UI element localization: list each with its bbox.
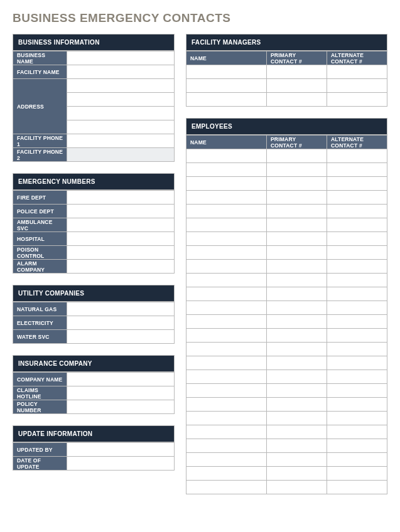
value-claims-hotline[interactable] [67, 386, 175, 400]
employee-primary-cell[interactable] [267, 149, 327, 163]
employee-name-cell[interactable] [186, 425, 267, 439]
facility-manager-alternate-cell[interactable] [327, 65, 387, 79]
employee-primary-cell[interactable] [267, 274, 327, 287]
value-date-of-update[interactable] [67, 457, 175, 471]
employee-alternate-cell[interactable] [327, 329, 387, 343]
employee-name-cell[interactable] [186, 177, 267, 191]
employee-name-cell[interactable] [186, 356, 267, 370]
employee-primary-cell[interactable] [267, 384, 327, 398]
employee-primary-cell[interactable] [267, 315, 327, 329]
employee-primary-cell[interactable] [267, 343, 327, 356]
employee-primary-cell[interactable] [267, 425, 327, 439]
employee-name-cell[interactable] [186, 163, 267, 177]
value-ambulance[interactable] [67, 218, 175, 232]
employee-alternate-cell[interactable] [327, 218, 387, 232]
employee-alternate-cell[interactable] [327, 260, 387, 274]
employee-alternate-cell[interactable] [327, 287, 387, 301]
value-policy-number[interactable] [67, 400, 175, 414]
employee-alternate-cell[interactable] [327, 412, 387, 425]
employee-name-cell[interactable] [186, 412, 267, 425]
employee-alternate-cell[interactable] [327, 384, 387, 398]
employee-primary-cell[interactable] [267, 163, 327, 177]
value-fire-dept[interactable] [67, 191, 175, 205]
facility-manager-name-cell[interactable] [186, 93, 267, 107]
employee-primary-cell[interactable] [267, 260, 327, 274]
employee-name-cell[interactable] [186, 439, 267, 453]
value-poison[interactable] [67, 246, 175, 260]
employee-name-cell[interactable] [186, 274, 267, 287]
value-electricity[interactable] [67, 316, 175, 330]
employee-primary-cell[interactable] [267, 205, 327, 218]
employee-alternate-cell[interactable] [327, 191, 387, 205]
employee-name-cell[interactable] [186, 370, 267, 384]
employee-name-cell[interactable] [186, 384, 267, 398]
employee-name-cell[interactable] [186, 218, 267, 232]
employee-alternate-cell[interactable] [327, 398, 387, 412]
value-facility-name[interactable] [67, 65, 175, 79]
value-company-name[interactable] [67, 373, 175, 386]
value-address-2[interactable] [67, 93, 175, 107]
employee-alternate-cell[interactable] [327, 425, 387, 439]
employee-primary-cell[interactable] [267, 287, 327, 301]
employee-alternate-cell[interactable] [327, 315, 387, 329]
employee-primary-cell[interactable] [267, 177, 327, 191]
employee-primary-cell[interactable] [267, 232, 327, 246]
employee-alternate-cell[interactable] [327, 467, 387, 481]
employee-primary-cell[interactable] [267, 453, 327, 467]
employee-name-cell[interactable] [186, 315, 267, 329]
employee-alternate-cell[interactable] [327, 439, 387, 453]
value-business-name[interactable] [67, 51, 175, 65]
employee-alternate-cell[interactable] [327, 163, 387, 177]
employee-name-cell[interactable] [186, 149, 267, 163]
employee-alternate-cell[interactable] [327, 149, 387, 163]
value-police-dept[interactable] [67, 205, 175, 218]
employee-primary-cell[interactable] [267, 356, 327, 370]
employee-primary-cell[interactable] [267, 191, 327, 205]
employee-alternate-cell[interactable] [327, 481, 387, 494]
employee-primary-cell[interactable] [267, 301, 327, 315]
facility-manager-primary-cell[interactable] [267, 93, 327, 107]
value-alarm[interactable] [67, 260, 175, 274]
employee-name-cell[interactable] [186, 260, 267, 274]
employee-name-cell[interactable] [186, 301, 267, 315]
facility-manager-primary-cell[interactable] [267, 79, 327, 93]
employee-alternate-cell[interactable] [327, 453, 387, 467]
facility-manager-name-cell[interactable] [186, 79, 267, 93]
facility-manager-primary-cell[interactable] [267, 65, 327, 79]
facility-manager-alternate-cell[interactable] [327, 79, 387, 93]
value-facility-phone-1[interactable] [67, 134, 175, 148]
employee-primary-cell[interactable] [267, 370, 327, 384]
value-address-4[interactable] [67, 120, 175, 134]
employee-name-cell[interactable] [186, 329, 267, 343]
employee-primary-cell[interactable] [267, 467, 327, 481]
employee-name-cell[interactable] [186, 398, 267, 412]
value-facility-phone-2[interactable] [67, 148, 175, 162]
employee-alternate-cell[interactable] [327, 246, 387, 260]
employee-name-cell[interactable] [186, 481, 267, 494]
employee-alternate-cell[interactable] [327, 177, 387, 191]
value-natural-gas[interactable] [67, 302, 175, 316]
value-water-svc[interactable] [67, 330, 175, 344]
employee-name-cell[interactable] [186, 232, 267, 246]
value-hospital[interactable] [67, 232, 175, 246]
employee-alternate-cell[interactable] [327, 205, 387, 218]
employee-name-cell[interactable] [186, 467, 267, 481]
employee-alternate-cell[interactable] [327, 232, 387, 246]
value-updated-by[interactable] [67, 443, 175, 457]
employee-name-cell[interactable] [186, 246, 267, 260]
employee-primary-cell[interactable] [267, 329, 327, 343]
facility-manager-name-cell[interactable] [186, 65, 267, 79]
employee-name-cell[interactable] [186, 205, 267, 218]
employee-primary-cell[interactable] [267, 412, 327, 425]
employee-name-cell[interactable] [186, 287, 267, 301]
employee-primary-cell[interactable] [267, 439, 327, 453]
value-address-1[interactable] [67, 79, 175, 93]
employee-alternate-cell[interactable] [327, 370, 387, 384]
employee-alternate-cell[interactable] [327, 301, 387, 315]
employee-name-cell[interactable] [186, 191, 267, 205]
employee-alternate-cell[interactable] [327, 356, 387, 370]
employee-primary-cell[interactable] [267, 481, 327, 494]
employee-name-cell[interactable] [186, 343, 267, 356]
employee-primary-cell[interactable] [267, 218, 327, 232]
employee-alternate-cell[interactable] [327, 343, 387, 356]
